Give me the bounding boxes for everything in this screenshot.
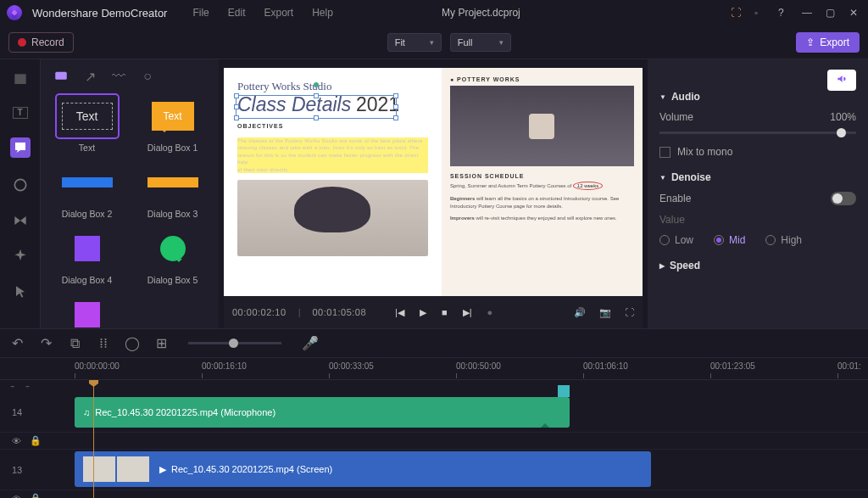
- film-icon: ▶: [159, 464, 166, 475]
- svg-point-0: [14, 179, 25, 190]
- subtab-line[interactable]: 〰: [110, 68, 127, 85]
- section-speed[interactable]: ▶Speed: [659, 260, 856, 271]
- subtab-caption[interactable]: [53, 68, 70, 85]
- fullscreen-icon[interactable]: ⛶: [625, 307, 634, 318]
- record-dot-icon: [18, 38, 26, 47]
- lock-icon[interactable]: 🔒: [30, 435, 42, 446]
- tab-annotations[interactable]: [10, 137, 31, 158]
- canvas-image-potter: [237, 180, 428, 256]
- zoom-slider[interactable]: [188, 342, 281, 344]
- speed-button[interactable]: ⊞: [154, 337, 168, 350]
- eye-icon[interactable]: 👁: [12, 494, 21, 499]
- fit-dropdown[interactable]: Fit▾: [387, 33, 442, 52]
- asset-text[interactable]: Text Text: [47, 95, 126, 153]
- volume-slider[interactable]: [659, 131, 856, 134]
- track-number: 14: [12, 407, 22, 417]
- app-logo: [7, 5, 22, 20]
- playhead[interactable]: [93, 380, 94, 498]
- track-number: 13: [12, 465, 22, 475]
- timeline-ruler[interactable]: 00:00:00:00 00:00:16:10 00:00:33:05 00:0…: [75, 358, 868, 379]
- stop-button[interactable]: ■: [442, 307, 448, 318]
- canvas-image-cup: [450, 86, 634, 166]
- export-button[interactable]: ⇪ Export: [796, 32, 860, 53]
- user-icon[interactable]: ◦: [754, 7, 766, 19]
- minimize-icon[interactable]: —: [802, 7, 814, 19]
- asset-dialog-1[interactable]: Text Dialog Box 1: [133, 95, 212, 153]
- tab-effects[interactable]: [12, 248, 29, 265]
- denoise-low-radio[interactable]: Low: [659, 234, 693, 246]
- cart-icon[interactable]: ⛶: [731, 7, 743, 19]
- section-denoise[interactable]: ▼Denoise: [659, 171, 856, 183]
- video-clip[interactable]: ▶ Rec_10.45.30 20201225.mp4 (Screen): [75, 451, 651, 487]
- audio-tab-button[interactable]: [827, 70, 856, 91]
- denoise-mid-radio[interactable]: Mid: [714, 234, 745, 246]
- tab-stickers[interactable]: [12, 176, 29, 193]
- export-icon: ⇪: [806, 36, 815, 48]
- tab-transitions[interactable]: [12, 212, 29, 229]
- prev-frame-button[interactable]: |◀: [395, 307, 404, 318]
- close-icon[interactable]: ✕: [849, 7, 861, 19]
- asset-dialog-5[interactable]: Dialog Box 5: [133, 227, 212, 285]
- rotate-handle-icon[interactable]: [314, 82, 319, 87]
- subtab-arrow[interactable]: ↗: [81, 68, 98, 85]
- chevron-down-icon: ▾: [430, 38, 434, 47]
- asset-dialog-6[interactable]: [47, 294, 126, 328]
- eye-icon[interactable]: 👁: [12, 436, 21, 446]
- help-icon[interactable]: ?: [778, 7, 790, 19]
- timeline-marker[interactable]: [558, 385, 570, 397]
- music-note-icon: ♫: [83, 407, 90, 417]
- mix-to-mono-checkbox[interactable]: Mix to mono: [659, 146, 856, 158]
- full-dropdown[interactable]: Full▾: [450, 33, 511, 52]
- volume-knob-icon[interactable]: ●: [487, 307, 492, 318]
- audio-clip[interactable]: ♫ Rec_10.45.30 20201225.mp4 (Microphone): [75, 397, 570, 428]
- lock-icon[interactable]: 🔒: [30, 493, 42, 498]
- undo-button[interactable]: ↶: [10, 337, 24, 350]
- asset-dialog-4[interactable]: Dialog Box 4: [47, 227, 126, 285]
- svg-rect-1: [55, 72, 67, 80]
- app-name: Wondershare DemoCreator: [32, 7, 167, 20]
- denoise-high-radio[interactable]: High: [765, 234, 802, 246]
- asset-dialog-2[interactable]: Dialog Box 2: [47, 161, 126, 219]
- marker-button[interactable]: ◯: [125, 337, 139, 350]
- current-time: 00:00:02:10: [232, 307, 287, 317]
- next-frame-button[interactable]: ▶|: [463, 307, 472, 318]
- menu-file[interactable]: File: [192, 7, 209, 19]
- split-button[interactable]: ⁞⁞: [97, 337, 110, 350]
- project-title: My Project.dcproj: [242, 7, 721, 19]
- mic-button[interactable]: 🎤: [303, 337, 317, 350]
- text-selection-box[interactable]: [236, 95, 397, 119]
- play-button[interactable]: ▶: [420, 307, 426, 318]
- record-button[interactable]: Record: [8, 32, 74, 53]
- preview-canvas[interactable]: Pottery Works Studio Class Details 2021 …: [224, 68, 643, 296]
- redo-button[interactable]: ↷: [39, 337, 53, 350]
- volume-value: 100%: [830, 111, 856, 123]
- denoise-enable-toggle[interactable]: [831, 192, 856, 205]
- tab-media[interactable]: [12, 71, 29, 88]
- volume-icon[interactable]: 🔊: [574, 307, 586, 318]
- section-audio[interactable]: ▼Audio: [659, 91, 856, 103]
- maximize-icon[interactable]: ▢: [826, 7, 837, 19]
- asset-dialog-3[interactable]: Dialog Box 3: [133, 161, 212, 219]
- chevron-down-icon: ▾: [499, 38, 504, 47]
- crop-button[interactable]: ⧉: [68, 337, 81, 350]
- subtab-shape[interactable]: ○: [139, 68, 156, 85]
- total-duration: 00:01:05:08: [312, 307, 366, 317]
- snapshot-icon[interactable]: 📷: [599, 307, 611, 318]
- tab-cursor[interactable]: [12, 283, 29, 300]
- tab-text-t[interactable]: T: [13, 107, 28, 119]
